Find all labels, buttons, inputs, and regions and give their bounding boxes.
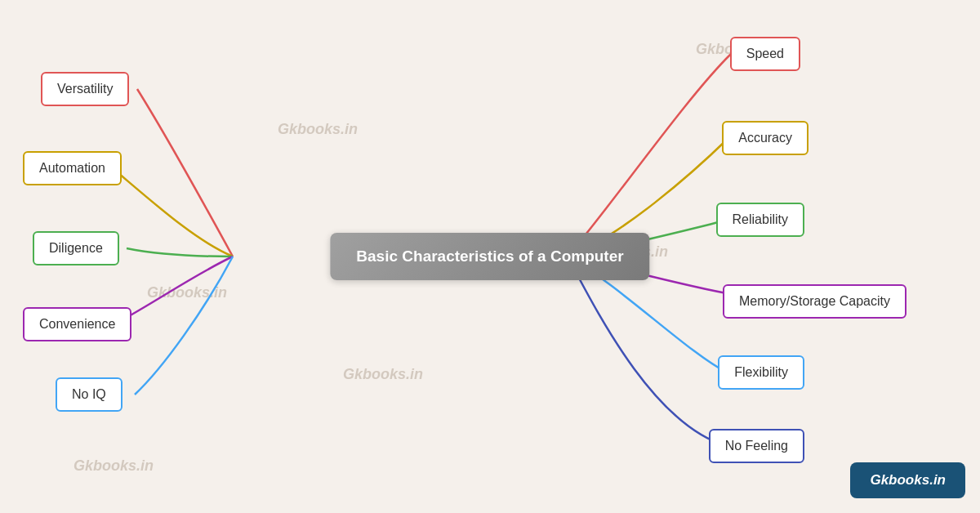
node-versatility: Versatility bbox=[41, 72, 129, 106]
node-memory: Memory/Storage Capacity bbox=[723, 284, 906, 319]
node-no-iq: No IQ bbox=[56, 377, 122, 412]
node-reliability: Reliability bbox=[716, 203, 804, 237]
node-accuracy: Accuracy bbox=[722, 121, 808, 155]
brand-button[interactable]: Gkbooks.in bbox=[850, 462, 965, 498]
node-flexibility: Flexibility bbox=[718, 355, 804, 390]
node-no-feeling: No Feeling bbox=[709, 429, 804, 463]
node-speed: Speed bbox=[730, 37, 800, 71]
node-automation: Automation bbox=[23, 151, 122, 185]
node-diligence: Diligence bbox=[33, 231, 119, 265]
node-convenience: Convenience bbox=[23, 307, 131, 341]
center-node: Basic Characteristics of a Computer bbox=[330, 233, 649, 280]
